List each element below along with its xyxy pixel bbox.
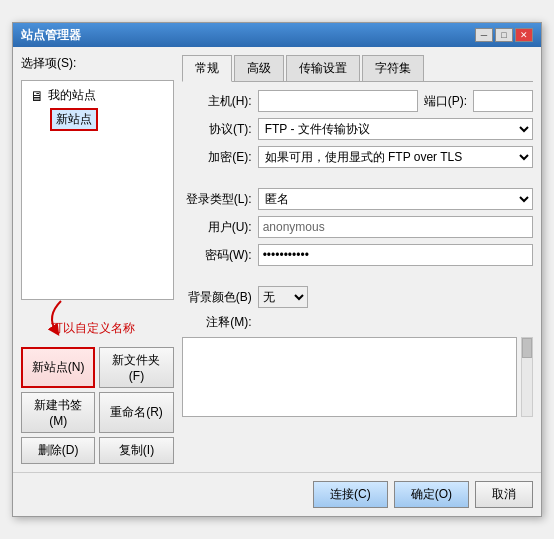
- cancel-button[interactable]: 取消: [475, 481, 533, 508]
- bg-color-select[interactable]: 无: [258, 286, 308, 308]
- maximize-button[interactable]: □: [495, 28, 513, 42]
- minimize-button[interactable]: ─: [475, 28, 493, 42]
- host-port-row: 主机(H): 端口(P):: [182, 90, 533, 112]
- tree-item-new-site[interactable]: 新站点: [46, 106, 169, 133]
- user-label: 用户(U):: [182, 219, 252, 236]
- notes-container: [182, 337, 533, 417]
- root-site-label: 我的站点: [48, 87, 96, 104]
- arrow-icon: [41, 296, 71, 336]
- rename-button[interactable]: 重命名(R): [99, 392, 173, 433]
- scrollbar-thumb: [522, 338, 532, 358]
- password-row: 密码(W):: [182, 244, 533, 266]
- notes-scrollbar[interactable]: [521, 337, 533, 417]
- select-label: 选择项(S):: [21, 55, 174, 72]
- new-site-name-box[interactable]: 新站点: [50, 108, 98, 131]
- notes-label-row: 注释(M):: [182, 314, 533, 331]
- port-label: 端口(P):: [424, 93, 467, 110]
- new-folder-button[interactable]: 新文件夹(F): [99, 347, 173, 388]
- footer: 连接(C) 确定(O) 取消: [13, 472, 541, 516]
- host-label: 主机(H):: [182, 93, 252, 110]
- site-tree[interactable]: 🖥 我的站点 新站点: [21, 80, 174, 300]
- tree-item-root[interactable]: 🖥 我的站点: [26, 85, 169, 106]
- left-panel: 选择项(S): 🖥 我的站点 新站点: [21, 55, 174, 464]
- tabs: 常规 高级 传输设置 字符集: [182, 55, 533, 82]
- close-button[interactable]: ✕: [515, 28, 533, 42]
- bg-color-label: 背景颜色(B): [182, 289, 252, 306]
- site-manager-window: 站点管理器 ─ □ ✕ 选择项(S): 🖥 我的站点 新站点: [12, 22, 542, 517]
- tree-root: 🖥 我的站点 新站点: [22, 81, 173, 137]
- connect-button[interactable]: 连接(C): [313, 481, 388, 508]
- port-input[interactable]: [473, 90, 533, 112]
- new-bookmark-button[interactable]: 新建书签(M): [21, 392, 95, 433]
- tab-charset[interactable]: 字符集: [362, 55, 424, 81]
- right-panel: 常规 高级 传输设置 字符集 主机(H): 端口(P): 协议(T):: [182, 55, 533, 464]
- tab-transfer[interactable]: 传输设置: [286, 55, 360, 81]
- notes-label: 注释(M):: [182, 314, 252, 331]
- tab-general[interactable]: 常规: [182, 55, 232, 82]
- annotation-area: 可以自定义名称: [21, 310, 174, 337]
- form-section: 主机(H): 端口(P): 协议(T): FTP - 文件传输协议 加密(E):: [182, 90, 533, 417]
- login-type-row: 登录类型(L): 匿名: [182, 188, 533, 210]
- copy-button[interactable]: 复制(I): [99, 437, 173, 464]
- password-label: 密码(W):: [182, 247, 252, 264]
- notes-textarea[interactable]: [182, 337, 517, 417]
- host-input[interactable]: [258, 90, 418, 112]
- title-bar: 站点管理器 ─ □ ✕: [13, 23, 541, 47]
- divider-1: [182, 174, 533, 182]
- bg-color-row: 背景颜色(B) 无: [182, 286, 533, 308]
- window-title: 站点管理器: [21, 27, 81, 44]
- tab-advanced[interactable]: 高级: [234, 55, 284, 81]
- delete-button[interactable]: 删除(D): [21, 437, 95, 464]
- ok-button[interactable]: 确定(O): [394, 481, 469, 508]
- encryption-label: 加密(E):: [182, 149, 252, 166]
- encryption-row: 加密(E): 如果可用，使用显式的 FTP over TLS: [182, 146, 533, 168]
- divider-2: [182, 272, 533, 280]
- protocol-label: 协议(T):: [182, 121, 252, 138]
- tree-child: 新站点: [46, 106, 169, 133]
- folder-icon: 🖥: [30, 88, 44, 104]
- user-input[interactable]: [258, 216, 533, 238]
- new-site-button[interactable]: 新站点(N): [21, 347, 95, 388]
- title-bar-buttons: ─ □ ✕: [475, 28, 533, 42]
- protocol-row: 协议(T): FTP - 文件传输协议: [182, 118, 533, 140]
- login-type-select[interactable]: 匿名: [258, 188, 533, 210]
- encryption-select[interactable]: 如果可用，使用显式的 FTP over TLS: [258, 146, 533, 168]
- password-input[interactable]: [258, 244, 533, 266]
- bottom-buttons: 新站点(N) 新文件夹(F) 新建书签(M) 重命名(R) 删除(D) 复制(I…: [21, 347, 174, 464]
- login-type-label: 登录类型(L):: [182, 191, 252, 208]
- main-content: 选择项(S): 🖥 我的站点 新站点: [13, 47, 541, 472]
- protocol-select[interactable]: FTP - 文件传输协议: [258, 118, 533, 140]
- user-row: 用户(U):: [182, 216, 533, 238]
